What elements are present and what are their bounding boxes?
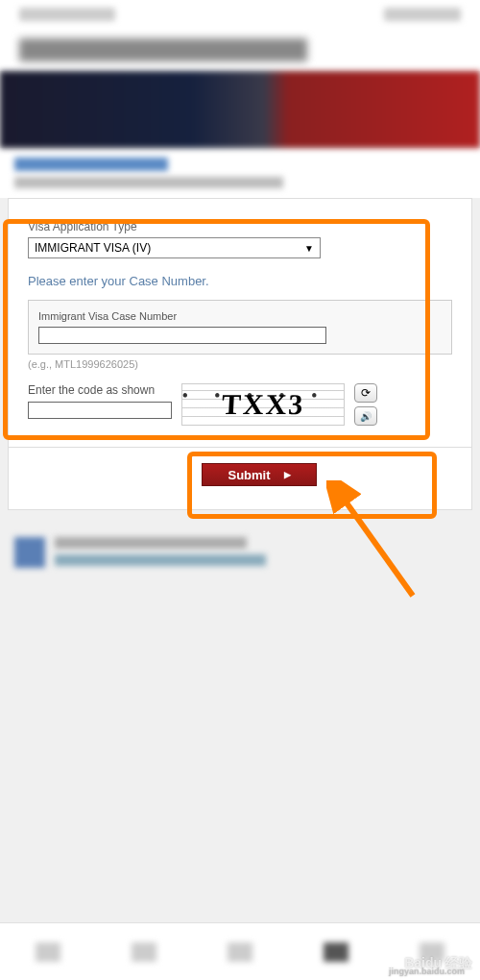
breadcrumb-link-blurred	[14, 158, 168, 171]
visa-form-panel: Visa Application Type IMMIGRANT VISA (IV…	[8, 198, 472, 448]
nav-item-1[interactable]	[36, 943, 60, 962]
avatar	[14, 537, 45, 568]
submit-label: Submit	[228, 468, 270, 482]
nav-item-4[interactable]	[324, 943, 348, 962]
captcha-audio-button[interactable]: 🔊	[354, 406, 377, 426]
footer-info	[0, 529, 480, 576]
breadcrumb-text-blurred	[14, 177, 283, 188]
visa-type-value: IMMIGRANT VISA (IV)	[35, 241, 151, 255]
nav-item-2[interactable]	[132, 943, 156, 962]
captcha-input[interactable]	[28, 402, 172, 419]
hero-banner	[0, 71, 480, 148]
case-number-box: Immigrant Visa Case Number	[28, 300, 452, 355]
case-number-hint: (e.g., MTL1999626025)	[28, 358, 452, 370]
captcha-label: Enter the code as shown	[28, 383, 172, 397]
case-number-input[interactable]	[38, 327, 326, 344]
footer-line-2	[55, 554, 266, 566]
caret-right-icon: ▶	[284, 470, 291, 479]
chevron-down-icon: ▼	[304, 243, 314, 254]
submit-panel: Submit ▶	[8, 448, 472, 510]
status-right	[384, 8, 461, 21]
visa-type-select[interactable]: IMMIGRANT VISA (IV) ▼	[28, 237, 321, 258]
visa-type-label: Visa Application Type	[28, 220, 452, 233]
top-status-bar	[0, 0, 480, 29]
case-number-label: Immigrant Visa Case Number	[38, 310, 442, 322]
captcha-section: Enter the code as shown • • • • • TXX3 ⟳…	[28, 383, 452, 426]
captcha-image: • • • • • TXX3	[181, 383, 345, 426]
nav-item-3[interactable]	[228, 943, 252, 962]
submit-button[interactable]: Submit ▶	[202, 463, 317, 486]
refresh-icon: ⟳	[361, 386, 371, 400]
captcha-refresh-button[interactable]: ⟳	[354, 383, 377, 403]
page-header	[0, 29, 480, 71]
audio-icon: 🔊	[360, 411, 372, 422]
status-left	[19, 8, 115, 21]
page-title-blurred	[19, 38, 307, 61]
captcha-text: TXX3	[221, 388, 305, 421]
watermark: Baidu 经验 jingyan.baidu.com	[404, 955, 472, 972]
case-number-instruction: Please enter your Case Number.	[28, 274, 452, 288]
footer-line-1	[55, 537, 247, 549]
breadcrumb-area	[0, 148, 480, 198]
